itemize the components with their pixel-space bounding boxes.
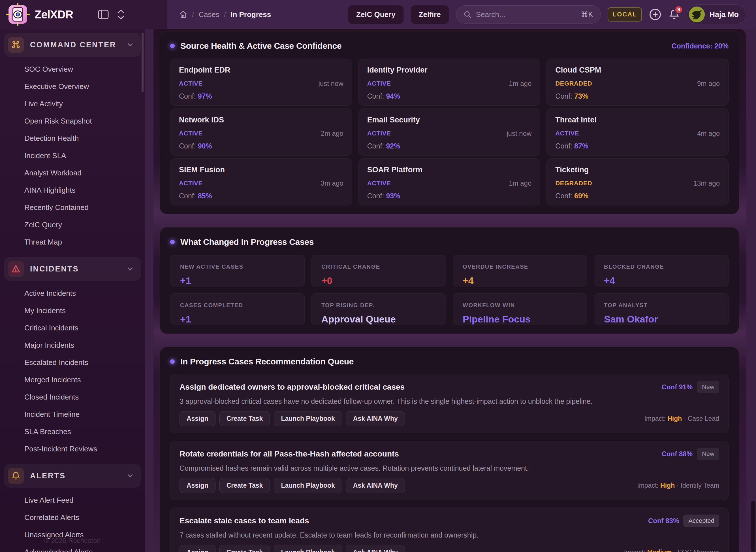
- last-seen: 1m ago: [509, 80, 532, 88]
- app-title: ZelXDR: [34, 8, 73, 21]
- source-card-endpoint-edr[interactable]: Endpoint EDR ACTIVEjust now Conf: 97%: [170, 59, 352, 106]
- sidebar-item-sla-breaches[interactable]: SLA Breaches: [4, 423, 141, 440]
- search-icon: [463, 10, 471, 18]
- source-card-email-security[interactable]: Email Security ACTIVEjust now Conf: 92%: [358, 109, 541, 156]
- stat-label: WORKFLOW WIN: [463, 302, 577, 309]
- sidebar-section-alerts[interactable]: ALERTS: [4, 464, 141, 488]
- stat-value: Pipeline Focus: [463, 314, 577, 325]
- sidebar-item-incident-timeline[interactable]: Incident Timeline: [4, 406, 141, 423]
- sidebar-item-my-incidents[interactable]: My Incidents: [4, 302, 141, 319]
- source-name: SIEM Fusion: [179, 165, 344, 174]
- sidebar-section-command-center[interactable]: COMMAND CENTER: [4, 33, 141, 57]
- sidebar-item-escalated-incidents[interactable]: Escalated Incidents: [4, 354, 141, 371]
- zelc-query-button[interactable]: ZelC Query: [348, 5, 404, 24]
- sidebar-item-incident-sla[interactable]: Incident SLA: [4, 147, 141, 164]
- sidebar-item-recently-contained[interactable]: Recently Contained: [4, 199, 141, 216]
- sidebar-item-soc-overview[interactable]: SOC Overview: [4, 60, 141, 78]
- sidebar-item-merged-incidents[interactable]: Merged Incidents: [4, 371, 141, 389]
- sidebar-item-zelc-query[interactable]: ZelC Query: [4, 216, 141, 234]
- source-card-siem-fusion[interactable]: SIEM Fusion ACTIVE3m ago Conf: 85%: [170, 158, 352, 205]
- sidebar-scrollbar[interactable]: [142, 33, 144, 92]
- notification-count-badge: 9: [674, 5, 683, 14]
- ask-aina-why-button[interactable]: Ask AINA Why: [346, 545, 405, 552]
- source-card-soar-platform[interactable]: SOAR Platform ACTIVE1m ago Conf: 93%: [358, 158, 541, 205]
- breadcrumb-section[interactable]: Cases: [198, 10, 219, 19]
- source-card-network-ids[interactable]: Network IDS ACTIVE2m ago Conf: 90%: [170, 109, 352, 156]
- ask-aina-why-button[interactable]: Ask AINA Why: [346, 478, 405, 493]
- create-task-button[interactable]: Create Task: [219, 478, 270, 493]
- environment-badge: LOCAL: [608, 7, 642, 21]
- panel-bullet-icon: [170, 44, 175, 48]
- status-badge: New: [697, 448, 719, 460]
- last-seen: 13m ago: [694, 179, 720, 187]
- sidebar-item-closed-incidents[interactable]: Closed Incidents: [4, 389, 141, 406]
- stat-value: Approval Queue: [321, 314, 436, 325]
- last-seen: just now: [319, 80, 344, 88]
- create-task-button[interactable]: Create Task: [219, 545, 270, 552]
- stat-label: CRITICAL CHANGE: [321, 264, 436, 270]
- assign-button[interactable]: Assign: [180, 411, 215, 426]
- sidebar-toggle-icon[interactable]: [98, 10, 109, 19]
- collapse-vertical-icon[interactable]: [116, 9, 126, 20]
- sidebar-item-post-incident-reviews[interactable]: Post-Incident Reviews: [4, 440, 141, 458]
- assign-button[interactable]: Assign: [180, 478, 215, 493]
- sidebar-item-active-incidents[interactable]: Active Incidents: [4, 285, 141, 302]
- impact-level: Medium: [647, 549, 672, 552]
- main-scrollbar[interactable]: [751, 501, 755, 552]
- header-left: ZelXDR: [0, 0, 167, 29]
- source-card-ticketing[interactable]: Ticketing DEGRADED13m ago Conf: 69%: [547, 158, 729, 205]
- status-badge: ACTIVE: [367, 80, 391, 87]
- stats-grid: NEW ACTIVE CASES +1 CRITICAL CHANGE +0 O…: [170, 255, 729, 325]
- sidebar-item-correlated-alerts[interactable]: Correlated Alerts: [4, 509, 141, 526]
- warning-icon: [8, 261, 24, 277]
- sidebar-item-acknowledged-alerts[interactable]: Acknowledged Alerts: [4, 544, 141, 552]
- impact-level: High: [660, 482, 675, 489]
- sidebar-item-threat-map[interactable]: Threat Map: [4, 234, 141, 251]
- source-name: Threat Intel: [555, 116, 720, 124]
- sidebar-item-detection-health[interactable]: Detection Health: [4, 130, 141, 147]
- search-box[interactable]: ⌘K: [456, 5, 601, 23]
- stat-label: OVERDUE INCREASE: [463, 264, 577, 270]
- breadcrumb-current: In Progress: [230, 10, 271, 19]
- stat-value: +4: [604, 275, 719, 286]
- sidebar-item-live-alert-feed[interactable]: Live Alert Feed: [4, 492, 141, 509]
- sidebar-item-major-incidents[interactable]: Major Incidents: [4, 336, 141, 354]
- impact-owner: · SOC Manager: [674, 549, 719, 552]
- assign-button[interactable]: Assign: [180, 545, 215, 552]
- home-icon[interactable]: [179, 10, 187, 19]
- copyright: © 2026 Rocheston: [0, 537, 145, 545]
- source-card-cloud-cspm[interactable]: Cloud CSPM DEGRADED9m ago Conf: 73%: [547, 59, 729, 106]
- source-name: Network IDS: [179, 116, 344, 124]
- notifications-button[interactable]: 9: [669, 8, 680, 20]
- panel-title: Source Health & Active Case Confidence: [180, 41, 342, 51]
- sidebar-item-aina-highlights[interactable]: AINA Highlights: [4, 182, 141, 199]
- create-task-button[interactable]: Create Task: [219, 411, 270, 426]
- what-changed-panel: What Changed In Progress Cases NEW ACTIV…: [160, 227, 739, 334]
- source-cards-grid: Endpoint EDR ACTIVEjust now Conf: 97% Id…: [170, 59, 729, 205]
- launch-playbook-button[interactable]: Launch Playbook: [274, 545, 342, 552]
- recommendation-description: Compromised hashes remain valid across m…: [180, 464, 719, 472]
- zelfire-button[interactable]: Zelfire: [411, 5, 449, 24]
- status-badge: ACTIVE: [179, 180, 203, 187]
- launch-playbook-button[interactable]: Launch Playbook: [274, 478, 342, 493]
- sidebar-item-analyst-workload[interactable]: Analyst Workload: [4, 164, 141, 182]
- main-content: Source Health & Active Case Confidence C…: [154, 29, 746, 552]
- breadcrumb: / Cases / In Progress: [179, 10, 271, 19]
- sidebar-item-live-activity[interactable]: Live Activity: [4, 95, 141, 113]
- add-button[interactable]: [649, 8, 662, 21]
- recommendation-queue-panel: In Progress Cases Recommendation Queue A…: [160, 347, 739, 552]
- impact-owner: · Case Lead: [684, 415, 719, 422]
- sidebar-section-incidents[interactable]: INCIDENTS: [4, 257, 141, 281]
- source-card-identity-provider[interactable]: Identity Provider ACTIVE1m ago Conf: 94%: [358, 59, 541, 106]
- confidence-label: Conf 88%: [662, 450, 693, 458]
- user-menu[interactable]: Haja Mo: [687, 5, 746, 24]
- source-card-threat-intel[interactable]: Threat Intel ACTIVE4m ago Conf: 87%: [547, 109, 729, 156]
- sidebar-item-executive-overview[interactable]: Executive Overview: [4, 78, 141, 95]
- sidebar-item-critical-incidents[interactable]: Critical Incidents: [4, 319, 141, 336]
- last-seen: 3m ago: [321, 179, 344, 187]
- launch-playbook-button[interactable]: Launch Playbook: [274, 411, 342, 426]
- ask-aina-why-button[interactable]: Ask AINA Why: [346, 411, 405, 426]
- sidebar-item-open-risk-snapshot[interactable]: Open Risk Snapshot: [4, 113, 141, 130]
- search-input[interactable]: [476, 10, 576, 19]
- confidence-value: 92%: [386, 142, 400, 150]
